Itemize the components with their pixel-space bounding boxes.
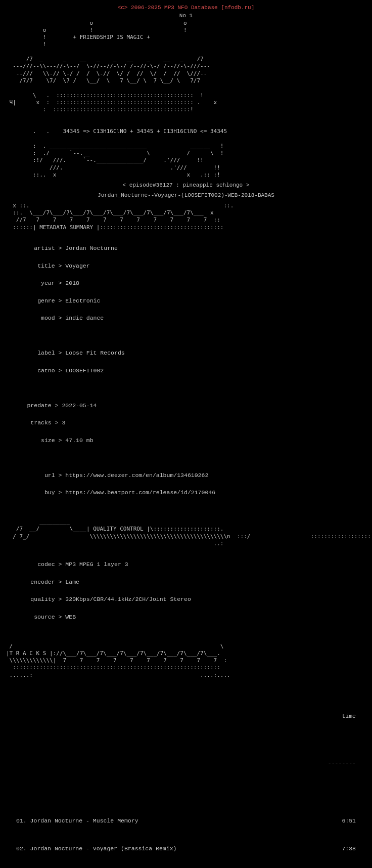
metadata-block: artist > Jordan Nocturne title > Voyager… [6,235,366,514]
artist-row: artist > Jordan Nocturne [20,245,118,251]
release-name: Jordan_Nocturne--Voyager-(LOOSEFIT002)-W… [6,192,366,199]
predate-row: predate > 2022-05-14 [20,402,97,409]
header-copyright: <c> 2006-2025 MP3 NFO Database [nfodb.ru… [6,4,366,11]
page-container: <c> 2006-2025 MP3 NFO Database [nfodb.ru… [6,4,366,868]
ascii-art-top: o o o ! ! ! + FRIENDSHIP IS MAGIC + ! /7… [6,20,366,179]
tracks-row: tracks > 3 [20,419,66,426]
label-row: label > Loose Fit Records [20,350,125,356]
tracks-time-header: time [6,703,366,730]
quality-block: codec > MP3 MPEG 1 layer 3 encoder > Lam… [6,551,366,639]
quality-row: quality > 320Kbps/CBR/44.1kHz/2CH/Joint … [20,596,191,602]
tracks-list-items: 01. Jordan Nocturne - Muscle Memory 6:51… [6,798,366,868]
size-row: size > 47.10 mb [20,437,94,444]
ascii-divider-2: _________ /7 __/ \____| QUALITY CONTROL … [6,518,366,547]
title-row: title > Voyager [20,263,90,269]
tracks-block: time -------- [6,682,366,798]
url-row: url > https://www.deezer.com/en/album/13… [20,472,209,479]
no-label: No 1 [6,12,366,19]
track-row-2: 02. Jordan Nocturne - Voyager (Brassica … [6,844,366,853]
encoder-row: encoder > Lame [20,579,79,585]
ascii-divider-1: x ::. ::. ::. \___/7\___/7\___/7\___/7\_… [6,202,366,231]
tracks-separator-top: -------- [6,749,366,777]
catno-row: catno > LOOSEFIT002 [20,367,104,374]
source-row: source > WEB [20,614,76,620]
buy-row: buy > https://www.beatport.com/release/i… [20,489,216,496]
mood-row: mood > indie dance [20,315,104,321]
codec-row: codec > MP3 MPEG 1 layer 3 [20,561,128,568]
track-row-1: 01. Jordan Nocturne - Muscle Memory 6:51 [6,816,366,826]
episode-line: < episode#36127 : pineapple schlongo > [6,182,366,189]
ascii-divider-3: / \ |T R A C K S |://\___/7\___/7\___/7\… [6,643,366,679]
year-row: year > 2018 [20,280,79,286]
genre-row: genre > Electronic [20,297,101,304]
